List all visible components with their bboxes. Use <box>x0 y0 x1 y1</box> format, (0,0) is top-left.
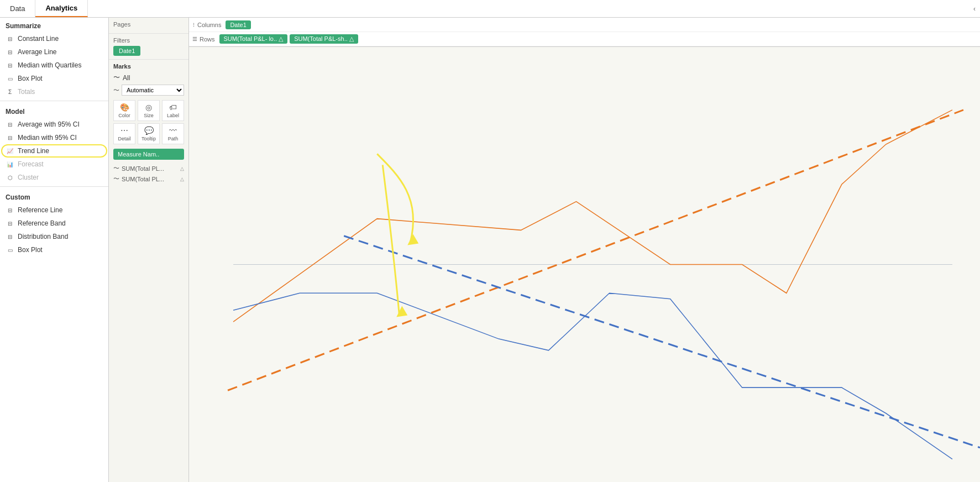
tab-data[interactable]: Data <box>0 0 35 17</box>
sidebar-item-reference-band[interactable]: ⊟ Reference Band <box>0 217 108 230</box>
box-plot-custom-icon: ▭ <box>6 245 14 254</box>
marks-all-label: All <box>123 74 130 82</box>
model-title: Model <box>0 103 108 118</box>
mark-row-1[interactable]: 〜 SUM(Total PL... △ <box>113 174 184 184</box>
box-plot-summarize-icon: ▭ <box>6 74 14 83</box>
sidebar-item-trend-line[interactable]: 📈 Trend Line <box>0 144 108 158</box>
label-icon: 🏷 <box>169 103 177 112</box>
size-button[interactable]: ◎ Size <box>138 100 160 121</box>
summarize-title: Summarize <box>0 18 108 32</box>
rows-pill-1[interactable]: SUM(Total P&L-sh.. △ <box>290 34 358 44</box>
sidebar-item-box-plot-summarize[interactable]: ▭ Box Plot <box>0 72 108 85</box>
filters-section: Filters Date1 <box>109 34 188 60</box>
tooltip-icon: 💬 <box>144 126 154 135</box>
marks-section: Marks 〜 All 〜 Automatic Bar Line Area 🎨 … <box>109 60 188 187</box>
sidebar-item-distribution-band[interactable]: ⊟ Distribution Band <box>0 230 108 243</box>
path-button[interactable]: 〰 Path <box>162 123 184 144</box>
triangle-icon-row1: △ <box>180 176 184 182</box>
wave-icon-row0: 〜 <box>113 164 119 172</box>
size-icon: ◎ <box>145 103 152 112</box>
triangle-icon-row0: △ <box>180 166 184 171</box>
reference-line-icon: ⊟ <box>6 206 14 214</box>
trend-line-icon: 📈 <box>6 146 14 155</box>
rows-pill-0[interactable]: SUM(Total P&L- lo.. △ <box>219 34 288 44</box>
totals-icon: Σ <box>6 87 14 96</box>
color-button[interactable]: 🎨 Color <box>113 100 135 121</box>
date1-filter-pill[interactable]: Date1 <box>113 46 140 56</box>
cluster-icon: ⬡ <box>6 173 14 182</box>
custom-title: Custom <box>0 189 108 203</box>
sidebar-item-avg-95ci[interactable]: ⊟ Average with 95% CI <box>0 118 108 131</box>
chart-header: ⫶ Columns Date1 ☰ Rows SUM(Total P&L- lo… <box>189 18 980 47</box>
forecast-icon: 📊 <box>6 160 14 169</box>
marks-type-dropdown[interactable]: Automatic Bar Line Area <box>122 85 184 96</box>
reference-band-icon: ⊟ <box>6 219 14 228</box>
collapse-button[interactable]: ‹ <box>969 0 980 17</box>
chart-area: ⫶ Columns Date1 ☰ Rows SUM(Total P&L- lo… <box>189 18 980 482</box>
detail-button[interactable]: ⋯ Detail <box>113 123 135 144</box>
wave-icon-all: 〜 <box>113 73 120 82</box>
median-95ci-icon: ⊟ <box>6 133 14 142</box>
marks-buttons-grid: 🎨 Color ◎ Size 🏷 Label ⋯ Detail 💬 T <box>113 100 184 144</box>
top-bar: Data Analytics ‹ <box>0 0 980 18</box>
path-icon: 〰 <box>169 126 177 135</box>
marks-dropdown-row: 〜 Automatic Bar Line Area <box>113 85 184 96</box>
tooltip-button[interactable]: 💬 Tooltip <box>138 123 160 144</box>
wave-icon-row1: 〜 <box>113 175 119 183</box>
pages-label: Pages <box>113 21 184 28</box>
measure-name-pill[interactable]: Measure Nam.. <box>113 149 184 163</box>
chart-canvas: Risk Taker <box>189 47 980 482</box>
pages-section: Pages <box>109 18 188 34</box>
filters-label: Filters <box>113 37 184 44</box>
wave-icon-dropdown: 〜 <box>113 86 119 95</box>
sidebar-item-cluster[interactable]: ⬡ Cluster <box>0 171 108 184</box>
rows-label: ☰ Rows <box>192 36 215 43</box>
columns-label: ⫶ Columns <box>192 22 221 28</box>
distribution-band-icon: ⊟ <box>6 232 14 241</box>
columns-shelf: ⫶ Columns Date1 <box>189 18 980 32</box>
date1-columns-pill[interactable]: Date1 <box>226 20 250 29</box>
sidebar-item-totals[interactable]: Σ Totals <box>0 85 108 98</box>
detail-icon: ⋯ <box>120 126 128 135</box>
constant-line-icon: ⊟ <box>6 34 14 43</box>
color-icon: 🎨 <box>120 103 129 112</box>
columns-icon: ⫶ <box>192 22 195 28</box>
sidebar-item-box-plot-custom[interactable]: ▭ Box Plot <box>0 243 108 256</box>
average-line-icon: ⊟ <box>6 48 14 56</box>
marks-all-row: 〜 All <box>113 73 184 82</box>
avg-95ci-icon: ⊟ <box>6 120 14 129</box>
rows-shelf: ☰ Rows SUM(Total P&L- lo.. △ SUM(Total P… <box>189 32 980 46</box>
left-panel: Summarize ⊟ Constant Line ⊟ Average Line… <box>0 18 109 482</box>
sidebar-item-constant-line[interactable]: ⊟ Constant Line <box>0 32 108 45</box>
mark-row-0[interactable]: 〜 SUM(Total PL... △ <box>113 163 184 174</box>
sidebar-item-average-line[interactable]: ⊟ Average Line <box>0 45 108 59</box>
sidebar-item-median-quartiles[interactable]: ⊟ Median with Quartiles <box>0 59 108 72</box>
sidebar-item-median-95ci[interactable]: ⊟ Median with 95% CI <box>0 131 108 144</box>
chart-svg <box>189 47 980 482</box>
sidebar-item-reference-line[interactable]: ⊟ Reference Line <box>0 203 108 217</box>
rows-icon: ☰ <box>192 36 197 42</box>
main-content: Summarize ⊟ Constant Line ⊟ Average Line… <box>0 18 980 482</box>
tab-analytics[interactable]: Analytics <box>35 0 88 17</box>
label-button[interactable]: 🏷 Label <box>162 100 184 121</box>
marks-header: Marks <box>113 63 184 70</box>
sidebar-item-forecast[interactable]: 📊 Forecast <box>0 158 108 171</box>
middle-panel: Pages Filters Date1 Marks 〜 All 〜 Automa… <box>109 18 189 482</box>
median-quartiles-icon: ⊟ <box>6 61 14 70</box>
